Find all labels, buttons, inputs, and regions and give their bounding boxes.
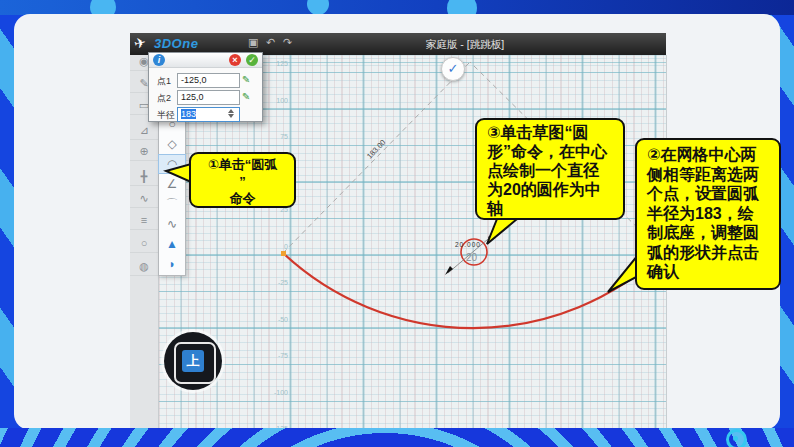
move-icon[interactable]: ╋ [130, 167, 158, 186]
field-label: 半径 [157, 109, 175, 122]
callout-step2: ②在网格中心两侧相等距离选两个点，设置圆弧半径为183，绘制底座，调整圆弧的形状… [635, 138, 781, 290]
field-label: 点2 [157, 92, 171, 105]
point-picker-icon[interactable]: ✎ [242, 74, 250, 85]
top-band [0, 0, 794, 15]
field-input[interactable]: 125,0 [177, 90, 240, 105]
spline-icon[interactable]: ∿ [159, 215, 185, 233]
app-logo-icon: ✈ [132, 34, 147, 52]
arc-parameters-dialog: i × ✓ 点1-125,0✎点2125,0✎半径183 [148, 52, 263, 122]
undo-icon[interactable]: ↶ [266, 36, 275, 49]
info-icon: i [153, 54, 165, 66]
arc-icon[interactable]: ◠ [159, 155, 185, 173]
field-label: 点1 [157, 75, 171, 88]
solid-triangle-icon[interactable]: ▲ [159, 235, 185, 253]
circle-icon[interactable]: ○ [130, 234, 158, 253]
sphere-icon[interactable]: ◍ [130, 257, 158, 276]
dialog-row: 点2125,0✎ [149, 90, 262, 105]
point-picker-icon[interactable]: ✎ [242, 91, 250, 102]
field-input[interactable]: -125,0 [177, 73, 240, 88]
sketch-palette: ○◇◠∠⌒∿▲◗ [158, 114, 186, 276]
diameter-value-label: 20 [466, 252, 478, 263]
dialog-row: 点1-125,0✎ [149, 73, 262, 88]
window-title: 家庭版 - [跳跳板] [380, 38, 550, 52]
solid-shape-icon[interactable]: ◗ [159, 255, 185, 273]
arc-endpoint-marker [281, 251, 286, 256]
polyline-icon[interactable]: ∠ [159, 175, 185, 193]
app-logo-text: 3DOne [154, 36, 198, 51]
ramp-icon[interactable]: ⊿ [130, 121, 158, 140]
list-icon[interactable]: ≡ [130, 211, 158, 230]
curve-icon[interactable]: ∿ [130, 189, 158, 208]
spinner-control[interactable] [227, 108, 235, 119]
globe-icon[interactable]: ⊕ [130, 142, 158, 161]
confirm-icon[interactable]: ✓ [246, 54, 258, 66]
slide-background: ✈ 3DOne ▣↶↷ 家庭版 - [跳跳板] ◉✎▭⊿⊕╋∿≡○◍ 12510… [0, 0, 794, 447]
view-cube-top-face[interactable]: 上 [182, 350, 204, 372]
redo-icon[interactable]: ↷ [283, 36, 292, 49]
concentric-circles-icon [726, 429, 747, 447]
bottom-band [0, 428, 794, 447]
polygon-icon[interactable]: ◇ [159, 135, 185, 153]
view-cube-frame: 上 [174, 342, 216, 384]
confirm-check-button[interactable]: ✓ [441, 57, 465, 81]
slide-card: ✈ 3DOne ▣↶↷ 家庭版 - [跳跳板] ◉✎▭⊿⊕╋∿≡○◍ 12510… [14, 14, 780, 430]
close-icon[interactable]: × [229, 54, 241, 66]
callout-step3: ③单击草图“圆形”命令，在中心点绘制一个直径为20的圆作为中轴 [475, 118, 625, 220]
dialog-header[interactable]: i × ✓ [149, 53, 262, 68]
diameter-dimension-label: 20.000 [455, 241, 481, 248]
callout-step1: ①单击“圆弧 ” 命令 [189, 152, 296, 208]
view-cube[interactable]: 上 [164, 332, 222, 390]
dialog-row: 半径183 [149, 107, 262, 122]
save-icon[interactable]: ▣ [248, 36, 258, 49]
arc-through-points-icon[interactable]: ⌒ [159, 195, 185, 213]
